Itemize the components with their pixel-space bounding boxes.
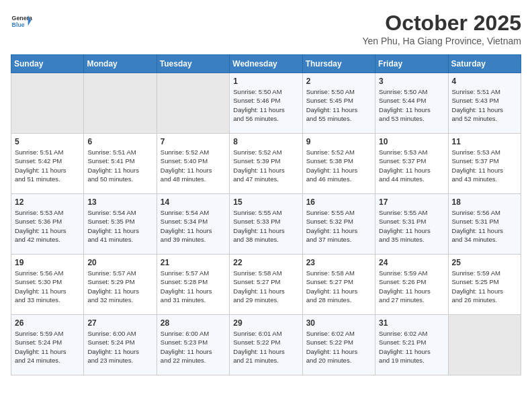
cell-info: Sunset: 5:29 PM [87,277,152,286]
cell-info: and 33 minutes. [15,295,80,304]
day-number: 2 [306,77,371,86]
day-number: 13 [87,197,152,207]
cell-info: and 22 minutes. [161,356,226,365]
calendar-cell: 17Sunrise: 5:55 AMSunset: 5:31 PMDayligh… [375,194,448,255]
cell-info: Daylight: 11 hours [452,105,517,114]
calendar-cell [448,315,521,375]
cell-info: Sunrise: 6:02 AM [379,329,444,338]
cell-info: Sunrise: 5:53 AM [452,148,517,156]
cell-info: Daylight: 11 hours [379,226,444,235]
cell-info: Sunset: 5:43 PM [452,96,517,105]
cell-info: Daylight: 11 hours [306,347,371,356]
cell-info: Sunrise: 5:58 AM [306,269,371,277]
calendar-cell: 23Sunrise: 5:58 AMSunset: 5:27 PMDayligh… [302,255,375,315]
day-number: 25 [452,258,517,267]
cell-info: Sunset: 5:42 PM [15,156,80,165]
cell-info: Sunrise: 5:53 AM [15,208,80,217]
calendar-cell: 31Sunrise: 6:02 AMSunset: 5:21 PMDayligh… [375,315,448,375]
weekday-header-row: SundayMondayTuesdayWednesdayThursdayFrid… [11,55,521,73]
calendar-cell: 10Sunrise: 5:53 AMSunset: 5:37 PMDayligh… [375,134,448,194]
cell-info: Sunrise: 5:50 AM [306,87,371,96]
day-number: 28 [161,318,226,328]
cell-info: Sunrise: 6:00 AM [161,329,226,338]
cell-info: and 50 minutes. [87,175,152,183]
cell-info: and 41 minutes. [87,235,152,244]
weekday-header: Thursday [302,55,375,73]
day-number: 19 [15,258,80,267]
cell-info: Sunrise: 5:55 AM [379,208,444,217]
cell-info: Daylight: 11 hours [306,226,371,235]
calendar-cell: 21Sunrise: 5:57 AMSunset: 5:28 PMDayligh… [157,255,229,315]
day-number: 17 [379,197,444,207]
cell-info: Sunset: 5:28 PM [161,277,226,286]
cell-info: Sunset: 5:33 PM [233,217,298,226]
cell-info: Daylight: 11 hours [15,166,80,175]
day-number: 16 [306,197,371,207]
cell-info: Daylight: 11 hours [15,347,80,356]
cell-info: and 31 minutes. [161,295,226,304]
month-title: October 2025 [362,11,521,36]
cell-info: Sunset: 5:36 PM [15,217,80,226]
day-number: 11 [452,137,517,146]
cell-info: Daylight: 11 hours [452,226,517,235]
cell-info: and 43 minutes. [452,175,517,183]
weekday-header: Tuesday [157,55,229,73]
day-number: 30 [306,318,371,328]
day-number: 7 [161,137,226,146]
cell-info: and 44 minutes. [379,175,444,183]
cell-info: and 34 minutes. [452,235,517,244]
cell-info: Sunrise: 5:52 AM [161,148,226,156]
cell-info: Sunset: 5:32 PM [306,217,371,226]
cell-info: and 51 minutes. [15,175,80,183]
calendar-table: SundayMondayTuesdayWednesdayThursdayFrid… [11,54,521,375]
calendar-cell: 7Sunrise: 5:52 AMSunset: 5:40 PMDaylight… [157,134,229,194]
cell-info: Daylight: 11 hours [87,287,152,295]
day-number: 4 [452,77,517,86]
cell-info: and 24 minutes. [15,356,80,365]
cell-info: and 39 minutes. [161,235,226,244]
day-number: 22 [233,258,298,267]
calendar-cell: 26Sunrise: 5:59 AMSunset: 5:24 PMDayligh… [11,315,84,375]
day-number: 26 [15,318,80,328]
calendar-cell: 9Sunrise: 5:52 AMSunset: 5:38 PMDaylight… [302,134,375,194]
cell-info: and 53 minutes. [379,114,444,123]
cell-info: Sunrise: 5:59 AM [452,269,517,277]
cell-info: and 52 minutes. [452,114,517,123]
cell-info: Daylight: 11 hours [379,105,444,114]
calendar-week-row: 19Sunrise: 5:56 AMSunset: 5:30 PMDayligh… [11,255,521,315]
calendar-cell: 2Sunrise: 5:50 AMSunset: 5:45 PMDaylight… [302,73,375,134]
cell-info: and 28 minutes. [306,295,371,304]
calendar-cell: 29Sunrise: 6:01 AMSunset: 5:22 PMDayligh… [230,315,302,375]
cell-info: Daylight: 11 hours [452,166,517,175]
day-number: 21 [161,258,226,267]
calendar-cell: 19Sunrise: 5:56 AMSunset: 5:30 PMDayligh… [11,255,84,315]
cell-info: Sunset: 5:37 PM [379,156,444,165]
cell-info: Daylight: 11 hours [161,287,226,295]
cell-info: Sunset: 5:37 PM [452,156,517,165]
day-number: 29 [233,318,298,328]
cell-info: Sunset: 5:25 PM [452,277,517,286]
calendar-cell: 14Sunrise: 5:54 AMSunset: 5:34 PMDayligh… [157,194,229,255]
cell-info: Sunrise: 5:50 AM [379,87,444,96]
calendar-cell: 15Sunrise: 5:55 AMSunset: 5:33 PMDayligh… [230,194,302,255]
calendar-cell: 18Sunrise: 5:56 AMSunset: 5:31 PMDayligh… [448,194,521,255]
cell-info: Daylight: 11 hours [379,287,444,295]
cell-info: Daylight: 11 hours [379,347,444,356]
day-number: 10 [379,137,444,146]
weekday-header: Monday [84,55,157,73]
cell-info: Sunrise: 5:55 AM [306,208,371,217]
logo: General Blue [11,11,32,32]
cell-info: Sunset: 5:24 PM [87,338,152,347]
cell-info: Sunrise: 5:51 AM [15,148,80,156]
calendar-cell: 16Sunrise: 5:55 AMSunset: 5:32 PMDayligh… [302,194,375,255]
calendar-week-row: 12Sunrise: 5:53 AMSunset: 5:36 PMDayligh… [11,194,521,255]
weekday-header: Friday [375,55,448,73]
cell-info: and 19 minutes. [379,356,444,365]
cell-info: Sunrise: 5:57 AM [161,269,226,277]
day-number: 18 [452,197,517,207]
calendar-cell: 28Sunrise: 6:00 AMSunset: 5:23 PMDayligh… [157,315,229,375]
calendar-cell: 12Sunrise: 5:53 AMSunset: 5:36 PMDayligh… [11,194,84,255]
cell-info: Sunrise: 5:53 AM [379,148,444,156]
cell-info: Sunset: 5:24 PM [15,338,80,347]
day-number: 27 [87,318,152,328]
